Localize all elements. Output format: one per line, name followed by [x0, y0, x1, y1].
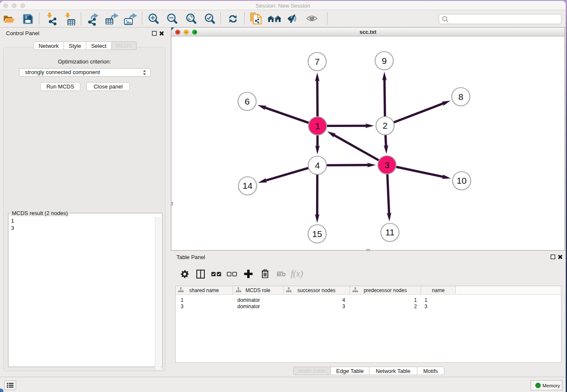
svg-text:15: 15: [312, 229, 322, 239]
svg-text:4: 4: [315, 160, 320, 170]
svg-text:3: 3: [385, 160, 390, 170]
svg-text:2: 2: [383, 121, 388, 130]
svg-text:8: 8: [458, 92, 463, 102]
svg-text:7: 7: [315, 57, 320, 66]
svg-text:14: 14: [242, 181, 253, 190]
svg-text:6: 6: [245, 97, 250, 106]
svg-text:10: 10: [457, 176, 466, 185]
svg-text:1: 1: [315, 121, 320, 131]
svg-text:11: 11: [385, 227, 395, 237]
svg-text:9: 9: [382, 56, 387, 66]
